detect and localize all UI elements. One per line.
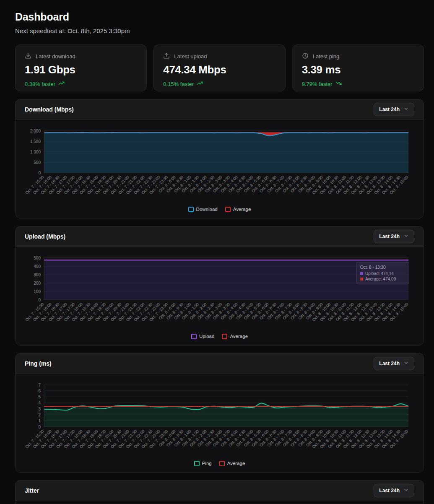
svg-text:300: 300 bbox=[34, 273, 41, 277]
panel-title: Upload (Mbps) bbox=[25, 233, 65, 240]
stat-cards-row: Latest download 1.91 Gbps 0.38% faster L… bbox=[15, 44, 424, 91]
latest-upload-card: Latest upload 474.34 Mbps 0.15% faster bbox=[153, 44, 285, 91]
next-speedtest-subtitle: Next speedtest at: Oct. 8th, 2025 3:30pm bbox=[15, 27, 424, 34]
range-select-value: Last 24h bbox=[379, 488, 400, 494]
chevron-down-icon bbox=[403, 106, 409, 113]
chart-tooltip: Oct. 8 - 13:30 Upload: 474,14 Average: 4… bbox=[356, 262, 409, 284]
upload-chart-panel: Upload (Mbps) Last 24h 0100200300400500O… bbox=[15, 226, 424, 346]
tooltip-average-value: Average: 474,09 bbox=[365, 277, 396, 281]
legend-label: Upload bbox=[199, 334, 214, 339]
svg-text:1 500: 1 500 bbox=[30, 139, 41, 144]
trending-down-icon bbox=[335, 80, 342, 88]
stat-label: Latest ping bbox=[313, 53, 340, 60]
svg-text:200: 200 bbox=[34, 281, 41, 286]
svg-text:400: 400 bbox=[34, 264, 41, 269]
upload-chart-legend: UploadAverage bbox=[21, 333, 418, 340]
legend-item[interactable]: Average bbox=[225, 207, 251, 212]
stat-value: 474.34 Mbps bbox=[163, 63, 275, 76]
legend-item[interactable]: Download bbox=[188, 207, 218, 212]
tooltip-title: Oct. 8 - 13:30 bbox=[360, 265, 405, 270]
panel-title: Ping (ms) bbox=[25, 360, 52, 367]
svg-text:2 000: 2 000 bbox=[30, 129, 41, 133]
legend-item[interactable]: Upload bbox=[191, 334, 214, 339]
legend-swatch bbox=[188, 207, 194, 212]
stat-delta: 9.79% faster bbox=[302, 81, 333, 87]
download-chart[interactable]: 05001 0001 5002 000Oct. 7 - 15:30Oct. 7 … bbox=[21, 125, 418, 205]
range-select[interactable]: Last 24h bbox=[374, 484, 414, 497]
download-chart-panel: Download (Mbps) Last 24h 05001 0001 5002… bbox=[15, 99, 424, 218]
legend-label: Average bbox=[230, 334, 248, 339]
legend-label: Average bbox=[227, 461, 245, 466]
svg-text:5: 5 bbox=[38, 395, 41, 399]
panel-title: Jitter bbox=[25, 487, 39, 494]
ping-chart[interactable]: 01234567Oct. 7 - 15:30Oct. 7 - 16:00Oct.… bbox=[21, 379, 418, 459]
svg-text:1: 1 bbox=[38, 418, 41, 423]
range-select[interactable]: Last 24h bbox=[374, 230, 414, 243]
chevron-down-icon bbox=[403, 487, 409, 494]
svg-text:2: 2 bbox=[38, 413, 41, 417]
ping-chart-legend: PingAverage bbox=[21, 460, 418, 467]
legend-item[interactable]: Average bbox=[219, 461, 245, 466]
range-select-value: Last 24h bbox=[379, 361, 400, 366]
trending-up-icon bbox=[197, 80, 203, 88]
legend-item[interactable]: Ping bbox=[194, 461, 212, 466]
svg-text:1 000: 1 000 bbox=[30, 150, 41, 154]
svg-text:0: 0 bbox=[38, 171, 41, 175]
page-header: Dashboard Next speedtest at: Oct. 8th, 2… bbox=[15, 11, 424, 34]
chevron-down-icon bbox=[403, 360, 409, 367]
legend-swatch bbox=[225, 207, 231, 212]
tooltip-upload-swatch bbox=[360, 272, 363, 275]
svg-text:6: 6 bbox=[38, 389, 41, 393]
clock-icon bbox=[302, 52, 309, 60]
svg-text:4: 4 bbox=[38, 400, 41, 405]
svg-text:0: 0 bbox=[38, 425, 41, 429]
ping-chart-panel: Ping (ms) Last 24h 01234567Oct. 7 - 15:3… bbox=[15, 353, 424, 473]
page-title: Dashboard bbox=[15, 11, 424, 23]
legend-label: Average bbox=[233, 207, 251, 212]
svg-text:3: 3 bbox=[38, 407, 41, 411]
svg-text:0: 0 bbox=[38, 298, 41, 302]
range-select-value: Last 24h bbox=[379, 107, 400, 112]
jitter-chart-body bbox=[16, 501, 424, 504]
tooltip-upload-value: Upload: 474,14 bbox=[365, 271, 394, 276]
download-chart-legend: DownloadAverage bbox=[21, 205, 418, 213]
svg-text:500: 500 bbox=[34, 256, 41, 260]
latest-download-card: Latest download 1.91 Gbps 0.38% faster bbox=[15, 44, 147, 91]
legend-label: Download bbox=[196, 207, 218, 212]
panel-title: Download (Mbps) bbox=[25, 106, 74, 113]
tooltip-average-swatch bbox=[360, 278, 363, 281]
stat-delta: 0.15% faster bbox=[163, 81, 194, 87]
download-icon bbox=[25, 52, 31, 60]
legend-label: Ping bbox=[202, 461, 212, 466]
latest-ping-card: Latest ping 3.39 ms 9.79% faster bbox=[292, 44, 424, 91]
range-select-value: Last 24h bbox=[379, 234, 400, 239]
upload-icon bbox=[163, 52, 170, 60]
range-select[interactable]: Last 24h bbox=[374, 357, 414, 370]
legend-item[interactable]: Average bbox=[222, 334, 248, 339]
stat-delta: 0.38% faster bbox=[25, 81, 55, 87]
stat-label: Latest upload bbox=[174, 53, 207, 60]
jitter-chart-panel: Jitter Last 24h bbox=[15, 480, 424, 504]
legend-swatch bbox=[222, 334, 227, 339]
svg-text:100: 100 bbox=[34, 289, 41, 294]
legend-swatch bbox=[219, 461, 225, 466]
legend-swatch bbox=[191, 334, 197, 339]
stat-value: 3.39 ms bbox=[302, 63, 414, 76]
dashboard-page: Dashboard Next speedtest at: Oct. 8th, 2… bbox=[0, 0, 434, 504]
chevron-down-icon bbox=[403, 233, 409, 240]
range-select[interactable]: Last 24h bbox=[374, 103, 414, 116]
stat-value: 1.91 Gbps bbox=[25, 63, 137, 76]
trending-up-icon bbox=[58, 80, 65, 88]
stat-label: Latest download bbox=[36, 53, 75, 60]
legend-swatch bbox=[194, 461, 200, 466]
svg-text:500: 500 bbox=[34, 160, 41, 165]
svg-text:7: 7 bbox=[38, 383, 41, 387]
